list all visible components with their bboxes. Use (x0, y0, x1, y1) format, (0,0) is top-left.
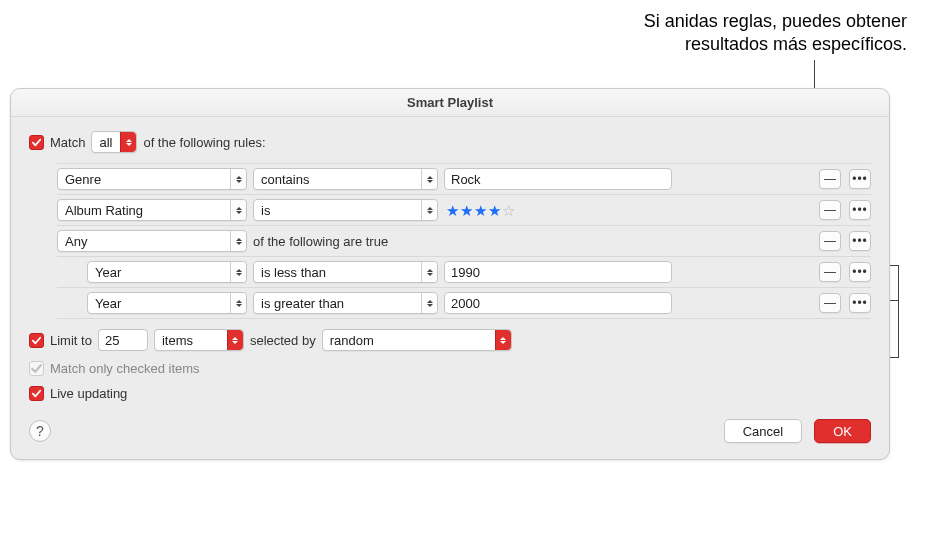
popup-stepper-icon (230, 262, 246, 282)
rule-operator-select[interactable]: contains (253, 168, 438, 190)
remove-rule-button[interactable]: — (819, 262, 841, 282)
rule-field-select[interactable]: Album Rating (57, 199, 247, 221)
remove-rule-button[interactable]: — (819, 293, 841, 313)
popup-stepper-icon (230, 231, 246, 251)
rule-options-button[interactable]: ••• (849, 262, 871, 282)
rule-field-select[interactable]: Year (87, 292, 247, 314)
remove-rule-button[interactable]: — (819, 231, 841, 251)
popup-stepper-icon (421, 169, 437, 189)
cancel-button[interactable]: Cancel (724, 419, 802, 443)
match-checkbox[interactable] (29, 135, 44, 150)
star-icon: ★ (460, 203, 473, 218)
match-prefix: Match (50, 135, 85, 150)
rule-field-select[interactable]: Any (57, 230, 247, 252)
rule-group-suffix: of the following are true (253, 234, 388, 249)
rule-options-button[interactable]: ••• (849, 169, 871, 189)
popup-stepper-icon (227, 330, 243, 350)
live-updating-label: Live updating (50, 386, 127, 401)
rule-operator-select[interactable]: is (253, 199, 438, 221)
popup-stepper-icon (495, 330, 511, 350)
match-row: Match all of the following rules: (29, 131, 871, 153)
popup-stepper-icon (421, 293, 437, 313)
rule-operator-select[interactable]: is greater than (253, 292, 438, 314)
limit-checkbox[interactable] (29, 333, 44, 348)
rule-row: Year is greater than 2000 — ••• (57, 287, 871, 319)
rule-field-select[interactable]: Genre (57, 168, 247, 190)
star-rating[interactable]: ★ ★ ★ ★ ☆ (446, 203, 515, 218)
popup-stepper-icon (230, 200, 246, 220)
ok-button[interactable]: OK (814, 419, 871, 443)
limit-count-field[interactable]: 25 (98, 329, 148, 351)
callout-bracket (898, 265, 899, 358)
star-icon: ★ (488, 203, 501, 218)
limit-prefix: Limit to (50, 333, 92, 348)
callout-line1: Si anidas reglas, puedes obtener (644, 10, 907, 33)
limit-unit-select[interactable]: items (154, 329, 244, 351)
rule-value-field[interactable]: 2000 (444, 292, 672, 314)
rule-operator-select[interactable]: is less than (253, 261, 438, 283)
remove-rule-button[interactable]: — (819, 200, 841, 220)
popup-stepper-icon (230, 169, 246, 189)
rule-row: Genre contains Rock — ••• (57, 163, 871, 194)
rule-field-select[interactable]: Year (87, 261, 247, 283)
popup-stepper-icon (421, 262, 437, 282)
live-updating-row: Live updating (29, 386, 871, 401)
popup-stepper-icon (421, 200, 437, 220)
rules-list: Genre contains Rock — ••• Album Rating (57, 163, 871, 319)
limit-selected-by-label: selected by (250, 333, 316, 348)
star-icon: ★ (446, 203, 459, 218)
rule-options-button[interactable]: ••• (849, 200, 871, 220)
limit-selected-by-select[interactable]: random (322, 329, 512, 351)
help-button[interactable]: ? (29, 420, 51, 442)
smart-playlist-dialog: Smart Playlist Match all of the followin… (10, 88, 890, 460)
match-checked-row: Match only checked items (29, 361, 871, 376)
live-updating-checkbox[interactable] (29, 386, 44, 401)
rule-value-field[interactable]: 1990 (444, 261, 672, 283)
rule-group-row: Any of the following are true — ••• (57, 225, 871, 256)
rule-options-button[interactable]: ••• (849, 293, 871, 313)
rule-row: Album Rating is ★ ★ ★ ★ ☆ — ••• (57, 194, 871, 225)
popup-stepper-icon (230, 293, 246, 313)
window-title: Smart Playlist (11, 89, 889, 117)
star-outline-icon: ☆ (502, 203, 515, 218)
star-icon: ★ (474, 203, 487, 218)
match-checked-label: Match only checked items (50, 361, 200, 376)
match-suffix: of the following rules: (143, 135, 265, 150)
callout-line2: resultados más específicos. (644, 33, 907, 56)
match-checked-checkbox (29, 361, 44, 376)
rule-value-field[interactable]: Rock (444, 168, 672, 190)
match-mode-select[interactable]: all (91, 131, 137, 153)
rule-options-button[interactable]: ••• (849, 231, 871, 251)
remove-rule-button[interactable]: — (819, 169, 841, 189)
popup-stepper-icon (120, 132, 136, 152)
limit-row: Limit to 25 items selected by random (29, 329, 871, 351)
rule-row: Year is less than 1990 — ••• (57, 256, 871, 287)
